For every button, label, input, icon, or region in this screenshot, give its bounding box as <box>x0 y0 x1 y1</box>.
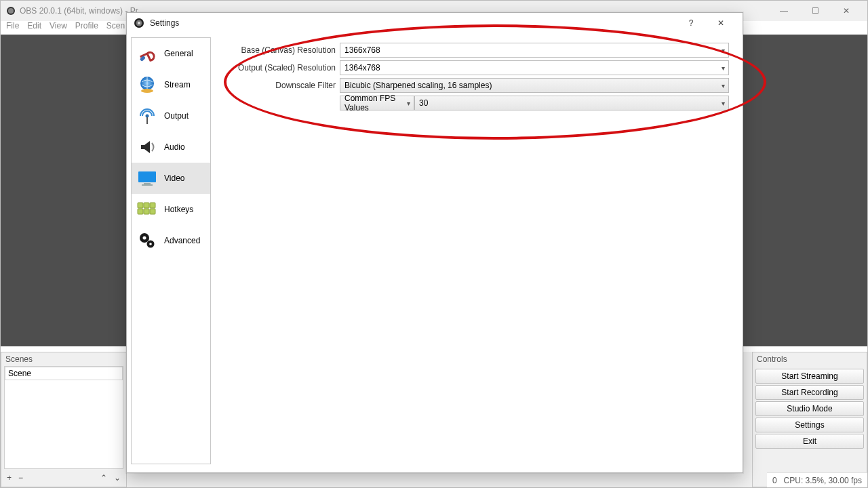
svg-rect-15 <box>138 209 143 214</box>
svg-rect-10 <box>144 183 151 184</box>
sidebar-item-stream[interactable]: Stream <box>132 69 210 100</box>
app-icon <box>6 6 16 16</box>
wrench-icon <box>136 42 159 65</box>
svg-rect-12 <box>138 203 143 208</box>
sidebar-item-advanced[interactable]: Advanced <box>132 225 210 256</box>
antenna-icon <box>136 104 159 127</box>
move-scene-up-button[interactable]: ⌃ <box>100 473 107 483</box>
help-button[interactable]: ? <box>676 13 706 33</box>
output-resolution-select[interactable]: 1364x768 <box>340 60 729 75</box>
settings-title: Settings <box>150 18 179 28</box>
svg-point-19 <box>143 237 146 240</box>
sidebar-item-label: Output <box>164 111 189 121</box>
sidebar-item-general[interactable]: General <box>132 38 210 69</box>
base-resolution-select[interactable]: 1366x768 <box>340 43 729 58</box>
output-resolution-label: Output (Scaled) Resolution <box>224 63 340 73</box>
settings-icon <box>134 18 144 28</box>
svg-rect-13 <box>144 203 149 208</box>
settings-sidebar: General Stream Output Audio Video Hotkey… <box>131 37 211 464</box>
base-resolution-label: Base (Canvas) Resolution <box>224 45 340 55</box>
menu-profile[interactable]: Profile <box>75 21 98 35</box>
move-scene-down-button[interactable]: ⌄ <box>114 473 121 483</box>
downscale-filter-label: Downscale Filter <box>224 81 340 90</box>
settings-titlebar: Settings ? ✕ <box>127 13 743 33</box>
status-extra-num: 0 <box>772 476 777 485</box>
settings-button[interactable]: Settings <box>755 418 864 432</box>
svg-point-1 <box>8 8 14 14</box>
svg-point-4 <box>138 22 140 24</box>
monitor-icon <box>136 167 159 190</box>
gear-icon <box>136 229 159 252</box>
menu-scene-collection[interactable]: Scen <box>106 21 125 35</box>
sidebar-item-video[interactable]: Video <box>132 163 210 194</box>
menu-edit[interactable]: Edit <box>27 21 41 35</box>
menu-file[interactable]: File <box>6 21 19 35</box>
exit-button[interactable]: Exit <box>755 434 864 449</box>
sidebar-item-output[interactable]: Output <box>132 100 210 131</box>
start-recording-button[interactable]: Start Recording <box>755 385 864 400</box>
sidebar-item-label: Advanced <box>164 236 200 245</box>
svg-point-7 <box>141 89 153 93</box>
sidebar-item-label: Video <box>164 174 184 183</box>
svg-rect-14 <box>150 203 155 208</box>
studio-mode-button[interactable]: Studio Mode <box>755 401 864 416</box>
downscale-filter-select[interactable]: Bicubic (Sharpened scaling, 16 samples) <box>340 78 729 93</box>
keyboard-icon <box>136 198 159 221</box>
maximize-button[interactable]: ☐ <box>800 1 831 21</box>
controls-panel: Controls Start Streaming Start Recording… <box>752 352 867 487</box>
remove-scene-button[interactable]: − <box>18 473 23 483</box>
svg-rect-9 <box>138 171 156 182</box>
status-cpu-fps: CPU: 3.5%, 30.00 fps <box>784 476 862 485</box>
fps-value-select[interactable]: 30 <box>414 96 729 110</box>
svg-rect-16 <box>144 209 149 214</box>
controls-header: Controls <box>753 352 867 366</box>
statusbar: 0 CPU: 3.5%, 30.00 fps <box>767 472 867 487</box>
sidebar-item-label: General <box>164 49 193 58</box>
fps-mode-select[interactable]: Common FPS Values <box>340 96 414 110</box>
settings-dialog: Settings ? ✕ General Stream Output Audio <box>126 12 743 473</box>
globe-icon <box>136 73 159 96</box>
start-streaming-button[interactable]: Start Streaming <box>755 369 864 384</box>
settings-close-button[interactable]: ✕ <box>706 13 736 33</box>
scenes-panel: Scenes Scene + − ⌃ ⌄ <box>1 352 127 487</box>
svg-rect-17 <box>150 209 155 214</box>
svg-rect-11 <box>142 184 153 186</box>
close-button[interactable]: ✕ <box>831 1 862 21</box>
minimize-button[interactable]: — <box>768 1 800 21</box>
sidebar-item-label: Stream <box>164 80 191 89</box>
scene-item[interactable]: Scene <box>5 367 123 380</box>
scenes-header: Scenes <box>1 352 126 366</box>
svg-point-8 <box>146 115 149 118</box>
sidebar-item-hotkeys[interactable]: Hotkeys <box>132 194 210 225</box>
svg-point-21 <box>149 243 152 245</box>
sidebar-item-audio[interactable]: Audio <box>132 131 210 163</box>
settings-content-video: Base (Canvas) Resolution 1366x768 Output… <box>215 37 738 464</box>
sidebar-item-label: Audio <box>164 142 185 152</box>
speaker-icon <box>136 136 159 159</box>
sidebar-item-label: Hotkeys <box>164 205 193 214</box>
menu-view[interactable]: View <box>50 21 67 35</box>
main-window-title: OBS 20.0.1 (64bit, windows) - Pr <box>20 6 138 16</box>
add-scene-button[interactable]: + <box>7 473 12 483</box>
scenes-list[interactable]: Scene <box>4 366 123 469</box>
